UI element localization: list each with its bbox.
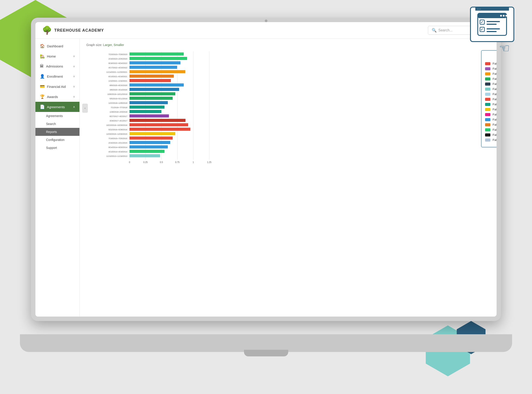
svg-rect-48	[130, 75, 174, 78]
svg-text:9/18/2022–9/24/2022: 9/18/2022–9/24/2022	[109, 62, 127, 64]
sidebar-label-financial-aid: Financial Aid	[47, 85, 66, 88]
legend-item[interactable]: Fall 2013 – Spring 2014	[485, 82, 497, 86]
admissions-chevron: ∨	[73, 65, 75, 68]
svg-text:12/2/2018–12/8/2018: 12/2/2018–12/8/2018	[109, 102, 127, 104]
sidebar-item-awards[interactable]: 🏆 Awards ∨	[35, 92, 79, 102]
legend-label-12: Fall 2021 – Spring 2022	[493, 123, 497, 126]
svg-text:10/23/2016–10/29/2016: 10/23/2016–10/29/2016	[106, 124, 127, 126]
svg-text:7/1/2018–7/7/2018: 7/1/2018–7/7/2018	[111, 106, 127, 109]
legend-color-14	[485, 133, 490, 136]
legend-label-9: Fall 2018 – Spring 2019	[493, 108, 497, 111]
svg-rect-61	[130, 132, 175, 135]
legend-header: ≡	[485, 54, 497, 59]
svg-text:12/20/2015–12/26/2015: 12/20/2015–12/26/2015	[106, 133, 127, 135]
svg-rect-7	[487, 21, 500, 22]
legend-item[interactable]: Fall 2011 – Spring 2012	[485, 72, 497, 75]
sidebar-sub-search[interactable]: Search	[35, 120, 79, 128]
svg-text:1.25: 1.25	[207, 161, 211, 163]
legend-label-10: Fall 2019 – Spring 2020	[493, 113, 497, 116]
dashboard-icon: 🏠	[40, 44, 45, 48]
collapse-button[interactable]: ‹	[82, 104, 88, 113]
sidebar-sub-agreements[interactable]: Agreements	[35, 112, 79, 120]
sidebar-item-financial-aid[interactable]: 💳 Financial Aid ∨	[35, 81, 79, 92]
chart-wrapper: ‹ 7/23/2023–7/29/2023 2/19/2023–2/25/202…	[86, 50, 490, 166]
svg-text:3/26/2017–4/1/2017: 3/26/2017–4/1/2017	[110, 120, 127, 122]
legend-color-3	[485, 78, 490, 81]
legend-item[interactable]: Fall 2017 – Spring 2018	[485, 103, 497, 106]
legend-color-11	[485, 118, 490, 121]
legend-items: Fall 2009 – Spring 2010 Fall 2010 – Spri…	[485, 62, 497, 142]
legend-item[interactable]: Fall 2023 – Spring 2024	[485, 133, 497, 136]
svg-text:11/10/2013–11/16/2013: 11/10/2013–11/16/2013	[106, 155, 127, 157]
svg-text:1/28/2018–2/3/2018: 1/28/2018–2/3/2018	[110, 111, 127, 113]
sidebar-sub-reports[interactable]: Reports	[35, 128, 79, 136]
legend-item[interactable]: Fall 2009 – Spring 2010	[485, 62, 497, 65]
legend-item[interactable]: Fall 2022 – Spring 2023	[485, 128, 497, 131]
legend-item[interactable]: Fall 2021 – Spring 2022	[485, 123, 497, 126]
sidebar-item-dashboard[interactable]: 🏠 Dashboard	[35, 41, 79, 51]
sidebar-label-enrollment: Enrollment	[47, 75, 63, 78]
sidebar-item-admissions[interactable]: 🏛 Admissions ∨	[35, 61, 79, 71]
legend-item[interactable]: Fall 2010 – Spring 2011	[485, 67, 497, 70]
top-right-decoration: ✓ ✓ ☞	[470, 7, 514, 47]
app-body: 🏠 Dashboard 🏡 Home ∨ 🏛 Admissions ∨	[35, 39, 497, 316]
svg-text:✓: ✓	[480, 20, 483, 24]
sidebar-item-agreements[interactable]: 📄 Agreements ∧	[35, 102, 79, 112]
svg-rect-49	[130, 79, 171, 82]
legend-color-12	[485, 123, 490, 126]
financial-aid-icon: 💳	[40, 84, 45, 89]
svg-text:2/15/2015–2/21/2015: 2/15/2015–2/21/2015	[109, 142, 127, 144]
legend-item[interactable]: Fall 2024 – Spring 2025	[485, 138, 497, 142]
larger-link[interactable]: Larger	[103, 43, 112, 47]
legend-color-15	[485, 139, 490, 142]
svg-text:5/5/2019–5/11/2019: 5/5/2019–5/11/2019	[110, 98, 127, 100]
legend-item[interactable]: Fall 2012 – Spring 2013	[485, 77, 497, 81]
smaller-link[interactable]: Smaller	[114, 43, 124, 47]
legend-item[interactable]: Fall 2018 – Spring 2019	[485, 108, 497, 111]
svg-text:9/14/2014–9/20/2014: 9/14/2014–9/20/2014	[109, 146, 127, 148]
svg-text:8/9/2020–8/15/2020: 8/9/2020–8/15/2020	[110, 84, 127, 87]
legend-color-4	[485, 83, 490, 86]
sidebar-label-admissions: Admissions	[46, 64, 63, 68]
svg-text:4/17/2022–4/23/2022: 4/17/2022–4/23/2022	[109, 67, 127, 69]
browser-icon: ✓ ✓	[477, 12, 508, 36]
legend-label-3: Fall 2012 – Spring 2013	[493, 77, 497, 81]
svg-rect-63	[130, 141, 170, 144]
sidebar-item-home[interactable]: 🏡 Home ∨	[35, 51, 79, 61]
legend-label-2: Fall 2011 – Spring 2012	[493, 72, 497, 75]
laptop-body: 🌳 TREEHOUSE ACADEMY 🔍 Search... 🏠 Da	[31, 18, 501, 339]
svg-text:2/19/2023–2/25/2023: 2/19/2023–2/25/2023	[109, 58, 127, 60]
sidebar-sub-configuration[interactable]: Configuration	[35, 136, 79, 144]
svg-rect-46	[130, 66, 177, 69]
collapse-icon: ‹	[84, 107, 85, 110]
legend-label-4: Fall 2013 – Spring 2014	[493, 82, 497, 86]
sidebar-sub-support[interactable]: Support	[35, 144, 79, 152]
svg-rect-54	[130, 101, 168, 104]
svg-rect-8	[487, 24, 497, 25]
svg-rect-62	[130, 136, 173, 140]
laptop-screen: 🌳 TREEHOUSE ACADEMY 🔍 Search... 🏠 Da	[31, 18, 501, 321]
legend-item[interactable]: Fall 2016 – Spring 2017	[485, 98, 497, 101]
legend-item[interactable]: Fall 2020 – Spring 2021	[485, 118, 497, 121]
app-window: 🌳 TREEHOUSE ACADEMY 🔍 Search... 🏠 Da	[35, 22, 497, 316]
awards-icon: 🏆	[40, 94, 45, 99]
svg-rect-58	[130, 119, 185, 122]
logo-text: TREEHOUSE ACADEMY	[54, 28, 104, 33]
svg-text:0.5: 0.5	[160, 161, 163, 163]
agreements-icon: 📄	[40, 104, 45, 109]
search-input[interactable]: Search...	[438, 28, 453, 32]
legend-color-7	[485, 98, 490, 101]
legend-label-15: Fall 2024 – Spring 2025	[493, 138, 497, 142]
svg-point-2	[500, 15, 502, 17]
legend-color-1	[485, 67, 490, 70]
svg-rect-44	[130, 57, 187, 60]
sidebar-item-enrollment[interactable]: 👤 Enrollment ∨	[35, 71, 79, 81]
svg-rect-55	[130, 105, 164, 109]
legend-item[interactable]: Fall 2019 – Spring 2020	[485, 113, 497, 116]
svg-text:7/23/2023–7/29/2023: 7/23/2023–7/29/2023	[109, 53, 127, 56]
legend-color-8	[485, 103, 490, 106]
legend-item[interactable]: Fall 2014 – Spring 2015	[485, 87, 497, 91]
admissions-icon: 🏛	[40, 64, 44, 69]
svg-rect-60	[130, 128, 190, 131]
legend-item[interactable]: Fall 2015 – Spring 2016	[485, 93, 497, 96]
